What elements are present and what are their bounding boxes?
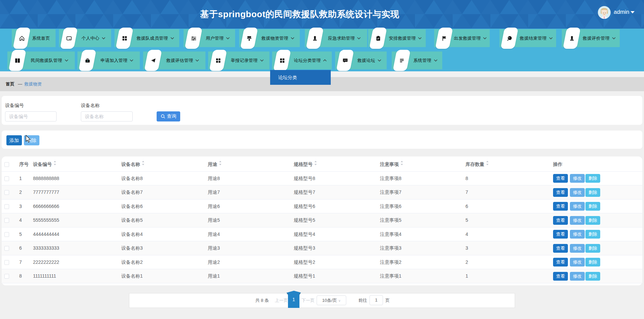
svg-text:1: 1 bbox=[292, 297, 295, 302]
